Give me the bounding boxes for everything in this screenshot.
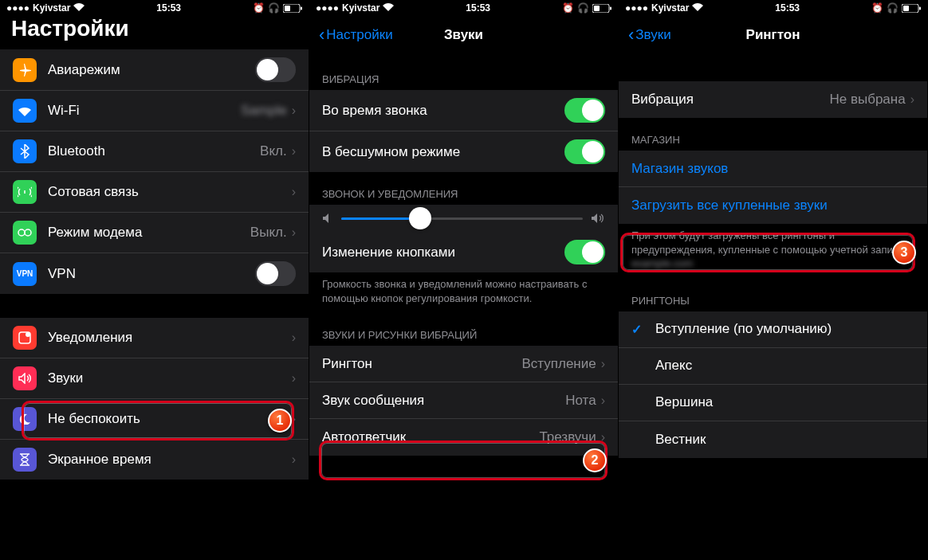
airplane-icon <box>13 58 37 82</box>
cell-cellular[interactable]: Сотовая связь › <box>0 172 309 213</box>
cell-ringtone-default[interactable]: ✓ Вступление (по умолчанию) <box>619 311 927 348</box>
store-header: МАГАЗИН <box>619 118 927 151</box>
status-bar: ●●●● Kyivstar 15:53 ⏰🎧 <box>0 0 309 16</box>
chevron-icon: › <box>910 92 914 107</box>
cell-notifications[interactable]: Уведомления › <box>0 318 309 358</box>
patterns-group: Рингтон Вступление › Звук сообщения Нота… <box>309 346 618 456</box>
page-title: Настройки <box>0 16 309 49</box>
vibration-group: Вибрация Не выбрана › <box>619 81 927 118</box>
chevron-icon: › <box>601 357 605 371</box>
svg-point-6 <box>26 332 30 337</box>
chevron-icon: › <box>601 430 605 444</box>
change-buttons-toggle[interactable] <box>564 240 605 264</box>
carrier: Kyivstar <box>342 2 379 14</box>
screen-settings: ●●●● Kyivstar 15:53 ⏰🎧 Настройки Авиареж… <box>0 0 309 560</box>
notifications-label: Уведомления <box>48 330 292 346</box>
cell-wifi[interactable]: Wi-Fi Sample › <box>0 91 309 131</box>
voicemail-value: Трезвучи <box>539 429 596 445</box>
chevron-icon: › <box>292 144 296 159</box>
chevron-icon: › <box>292 452 296 467</box>
cell-change-buttons[interactable]: Изменение кнопками <box>309 232 618 272</box>
chevron-left-icon: ‹ <box>628 25 634 45</box>
clock: 15:53 <box>466 2 490 14</box>
cell-vibrate-silent[interactable]: В бесшумном режиме <box>309 131 618 172</box>
svg-point-4 <box>25 229 31 236</box>
vibrate-ring-label: Во время звонка <box>322 103 564 119</box>
hotspot-label: Режим модема <box>48 225 250 241</box>
vibration-group: Во время звонка В бесшумном режиме <box>309 90 618 172</box>
carrier: Kyivstar <box>651 2 689 14</box>
vibration-header: ВИБРАЦИЯ <box>309 57 618 90</box>
back-button[interactable]: ‹ Настройки <box>319 25 393 45</box>
ringer-header: ЗВОНОК И УВЕДОМЛЕНИЯ <box>309 172 618 205</box>
vpn-toggle[interactable] <box>255 261 296 286</box>
cell-vibrate-ring[interactable]: Во время звонка <box>309 90 618 131</box>
chevron-icon: › <box>292 185 296 199</box>
hotspot-icon <box>13 221 37 245</box>
back-button[interactable]: ‹ Звуки <box>628 25 671 45</box>
cell-airplane[interactable]: Авиарежим <box>0 49 309 91</box>
ringtone-item-label: Вершина <box>655 394 914 410</box>
change-buttons-label: Изменение кнопками <box>322 245 564 260</box>
signal-icon: ●●●● <box>316 2 339 14</box>
screen-sounds: ●●●● Kyivstar 15:53 ⏰🎧 ‹ Настройки Звуки… <box>309 0 619 560</box>
status-icons: ⏰🎧 <box>562 2 611 14</box>
chevron-icon: › <box>292 412 296 426</box>
wifi-icon <box>73 2 85 14</box>
ringtones-header: РИНГТОНЫ <box>619 279 927 311</box>
store-footer: При этом будут загружены все рингтоны и … <box>619 224 927 279</box>
clock: 15:53 <box>775 2 800 14</box>
cell-text-tone[interactable]: Звук сообщения Нота › <box>309 382 618 419</box>
speaker-low-icon <box>322 213 333 224</box>
store-group: Магазин звуков Загрузить все купленные з… <box>619 151 927 224</box>
vibration-value: Не выбрана <box>829 92 905 108</box>
chevron-icon: › <box>292 104 296 118</box>
svg-rect-2 <box>301 6 302 10</box>
vpn-label: VPN <box>48 266 255 282</box>
wifi-icon <box>383 2 394 14</box>
chevron-icon: › <box>292 331 296 345</box>
nav-bar: ‹ Звуки Рингтон <box>619 16 927 57</box>
nav-bar: ‹ Настройки Звуки <box>309 16 618 57</box>
cell-vpn[interactable]: VPN VPN <box>0 253 309 294</box>
speaker-high-icon <box>591 213 605 224</box>
cell-dnd[interactable]: Не беспокоить › <box>0 399 309 440</box>
cell-ringtone-item[interactable]: Апекс <box>619 348 927 385</box>
cell-screentime[interactable]: Экранное время › <box>0 440 309 480</box>
chevron-icon: › <box>292 225 296 240</box>
signal-icon: ●●●● <box>625 2 648 14</box>
status-icons: ⏰🎧 <box>253 2 302 14</box>
cell-ringtone[interactable]: Рингтон Вступление › <box>309 346 618 382</box>
cell-download-purchased[interactable]: Загрузить все купленные звуки <box>619 187 927 224</box>
vibrate-silent-label: В бесшумном режиме <box>322 144 564 160</box>
cell-ringtone-item[interactable]: Вершина <box>619 385 927 421</box>
back-label: Настройки <box>326 27 392 43</box>
ringtone-label: Рингтон <box>322 356 521 372</box>
vpn-icon: VPN <box>13 262 37 286</box>
ringtone-item-label: Апекс <box>655 358 914 374</box>
vibrate-silent-toggle[interactable] <box>564 139 605 164</box>
page-title: Звуки <box>444 27 483 43</box>
cell-sounds[interactable]: Звуки › <box>0 358 309 399</box>
cell-vibration[interactable]: Вибрация Не выбрана › <box>619 81 927 118</box>
vibrate-ring-toggle[interactable] <box>564 98 605 123</box>
volume-slider[interactable] <box>341 217 583 220</box>
notifications-icon <box>13 326 37 350</box>
bluetooth-value: Вкл. <box>260 143 287 159</box>
settings-group-2: Уведомления › Звуки › Не беспокоить › Эк… <box>0 318 309 480</box>
cell-tone-store[interactable]: Магазин звуков <box>619 151 927 187</box>
cell-bluetooth[interactable]: Bluetooth Вкл. › <box>0 131 309 172</box>
callout-2: 2 <box>583 448 607 472</box>
cell-hotspot[interactable]: Режим модема Выкл. › <box>0 213 309 253</box>
screentime-icon <box>13 448 37 472</box>
cell-voicemail[interactable]: Автоответчик Трезвучи › <box>309 419 618 456</box>
cell-ringtone-item[interactable]: Вестник <box>619 421 927 458</box>
checkmark-icon: ✓ <box>631 322 651 337</box>
text-tone-label: Звук сообщения <box>322 393 565 409</box>
hotspot-value: Выкл. <box>250 225 287 241</box>
airplane-toggle[interactable] <box>255 57 296 82</box>
ringtone-item-label: Вестник <box>655 432 914 448</box>
wifi-value: Sample <box>241 103 287 119</box>
dnd-icon <box>13 407 37 431</box>
download-purchased-label: Загрузить все купленные звуки <box>631 198 914 213</box>
